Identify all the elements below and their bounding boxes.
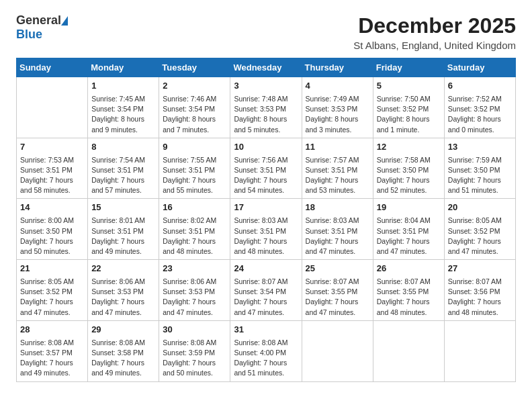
calendar-cell: 27Sunrise: 8:07 AMSunset: 3:56 PMDayligh… [444, 260, 515, 321]
day-number: 10 [234, 141, 298, 154]
calendar-cell: 11Sunrise: 7:57 AMSunset: 3:51 PMDayligh… [302, 138, 373, 199]
logo: General Blue [16, 13, 68, 42]
calendar-cell: 4Sunrise: 7:49 AMSunset: 3:53 PMDaylight… [302, 77, 373, 138]
calendar-cell: 9Sunrise: 7:55 AMSunset: 3:51 PMDaylight… [159, 138, 230, 199]
calendar-cell: 14Sunrise: 8:00 AMSunset: 3:50 PMDayligh… [17, 199, 88, 260]
page-header: General Blue December 2025 St Albans, En… [16, 13, 516, 51]
day-info: Sunrise: 7:54 AMSunset: 3:51 PMDaylight:… [91, 155, 155, 196]
day-number: 29 [91, 324, 155, 336]
calendar-cell: 20Sunrise: 8:05 AMSunset: 3:52 PMDayligh… [444, 199, 515, 260]
day-number: 25 [306, 263, 369, 275]
day-number: 17 [234, 201, 298, 214]
day-info: Sunrise: 8:07 AMSunset: 3:55 PMDaylight:… [377, 277, 441, 318]
calendar-cell: 25Sunrise: 8:07 AMSunset: 3:55 PMDayligh… [302, 260, 373, 321]
calendar-cell: 6Sunrise: 7:52 AMSunset: 3:52 PMDaylight… [444, 77, 515, 138]
calendar-cell: 21Sunrise: 8:05 AMSunset: 3:52 PMDayligh… [17, 260, 88, 321]
calendar-header-row: SundayMondayTuesdayWednesdayThursdayFrid… [17, 58, 516, 77]
calendar-cell: 13Sunrise: 7:59 AMSunset: 3:50 PMDayligh… [444, 138, 515, 199]
calendar-cell: 30Sunrise: 8:08 AMSunset: 3:59 PMDayligh… [159, 320, 230, 381]
header-saturday: Saturday [444, 58, 515, 77]
day-info: Sunrise: 8:08 AMSunset: 3:57 PMDaylight:… [20, 338, 84, 379]
calendar-cell: 29Sunrise: 8:08 AMSunset: 3:58 PMDayligh… [88, 320, 159, 381]
header-tuesday: Tuesday [159, 58, 230, 77]
day-number: 31 [234, 324, 298, 336]
calendar-cell: 5Sunrise: 7:50 AMSunset: 3:52 PMDaylight… [373, 77, 444, 138]
header-wednesday: Wednesday [230, 58, 302, 77]
day-number: 22 [91, 263, 155, 275]
calendar-cell: 28Sunrise: 8:08 AMSunset: 3:57 PMDayligh… [17, 320, 88, 381]
day-info: Sunrise: 8:06 AMSunset: 3:53 PMDaylight:… [91, 277, 155, 318]
day-info: Sunrise: 7:45 AMSunset: 3:54 PMDaylight:… [91, 94, 155, 135]
day-number: 9 [163, 141, 226, 154]
day-number: 11 [306, 141, 369, 154]
day-number: 14 [20, 201, 84, 214]
header-thursday: Thursday [302, 58, 373, 77]
calendar-week-row: 7Sunrise: 7:53 AMSunset: 3:51 PMDaylight… [17, 138, 516, 199]
calendar-week-row: 1Sunrise: 7:45 AMSunset: 3:54 PMDaylight… [17, 77, 516, 138]
month-title: December 2025 [353, 13, 516, 38]
day-info: Sunrise: 7:53 AMSunset: 3:51 PMDaylight:… [20, 155, 84, 196]
day-number: 4 [306, 80, 369, 93]
day-number: 6 [448, 80, 512, 93]
day-info: Sunrise: 7:48 AMSunset: 3:53 PMDaylight:… [234, 94, 298, 135]
calendar-cell: 1Sunrise: 7:45 AMSunset: 3:54 PMDaylight… [88, 77, 159, 138]
calendar-cell: 3Sunrise: 7:48 AMSunset: 3:53 PMDaylight… [230, 77, 302, 138]
day-info: Sunrise: 8:05 AMSunset: 3:52 PMDaylight:… [448, 216, 512, 257]
calendar-cell: 7Sunrise: 7:53 AMSunset: 3:51 PMDaylight… [17, 138, 88, 199]
day-number: 15 [91, 201, 155, 214]
logo-blue: Blue [16, 28, 42, 42]
day-info: Sunrise: 8:07 AMSunset: 3:56 PMDaylight:… [448, 277, 512, 318]
header-monday: Monday [88, 58, 159, 77]
day-info: Sunrise: 7:58 AMSunset: 3:50 PMDaylight:… [377, 155, 441, 196]
day-number: 5 [377, 80, 441, 93]
calendar-cell: 22Sunrise: 8:06 AMSunset: 3:53 PMDayligh… [88, 260, 159, 321]
calendar-cell: 19Sunrise: 8:04 AMSunset: 3:51 PMDayligh… [373, 199, 444, 260]
day-info: Sunrise: 7:59 AMSunset: 3:50 PMDaylight:… [448, 155, 512, 196]
calendar-cell: 12Sunrise: 7:58 AMSunset: 3:50 PMDayligh… [373, 138, 444, 199]
calendar-cell: 8Sunrise: 7:54 AMSunset: 3:51 PMDaylight… [88, 138, 159, 199]
calendar-cell [302, 320, 373, 381]
calendar-cell: 10Sunrise: 7:56 AMSunset: 3:51 PMDayligh… [230, 138, 302, 199]
calendar-cell [17, 77, 88, 138]
calendar-week-row: 28Sunrise: 8:08 AMSunset: 3:57 PMDayligh… [17, 320, 516, 381]
day-info: Sunrise: 8:07 AMSunset: 3:54 PMDaylight:… [234, 277, 298, 318]
calendar-cell: 23Sunrise: 8:06 AMSunset: 3:53 PMDayligh… [159, 260, 230, 321]
day-number: 1 [91, 80, 155, 93]
calendar-cell [444, 320, 515, 381]
day-info: Sunrise: 7:52 AMSunset: 3:52 PMDaylight:… [448, 94, 512, 135]
day-info: Sunrise: 8:03 AMSunset: 3:51 PMDaylight:… [306, 216, 369, 257]
day-number: 20 [448, 201, 512, 214]
day-number: 12 [377, 141, 441, 154]
header-friday: Friday [373, 58, 444, 77]
day-number: 26 [377, 263, 441, 275]
day-number: 18 [306, 201, 369, 214]
day-number: 16 [163, 201, 226, 214]
calendar-cell: 26Sunrise: 8:07 AMSunset: 3:55 PMDayligh… [373, 260, 444, 321]
calendar-cell: 17Sunrise: 8:03 AMSunset: 3:51 PMDayligh… [230, 199, 302, 260]
day-info: Sunrise: 7:57 AMSunset: 3:51 PMDaylight:… [306, 155, 369, 196]
calendar-cell: 18Sunrise: 8:03 AMSunset: 3:51 PMDayligh… [302, 199, 373, 260]
logo-general: General [16, 13, 61, 28]
title-area: December 2025 St Albans, England, United… [353, 13, 516, 51]
day-info: Sunrise: 7:49 AMSunset: 3:53 PMDaylight:… [306, 94, 369, 135]
day-number: 2 [163, 80, 226, 93]
day-number: 21 [20, 263, 84, 275]
day-number: 8 [91, 141, 155, 154]
day-number: 23 [163, 263, 226, 275]
day-number: 19 [377, 201, 441, 214]
calendar-cell [373, 320, 444, 381]
calendar-cell: 2Sunrise: 7:46 AMSunset: 3:54 PMDaylight… [159, 77, 230, 138]
header-sunday: Sunday [17, 58, 88, 77]
day-info: Sunrise: 7:46 AMSunset: 3:54 PMDaylight:… [163, 94, 226, 135]
calendar-week-row: 14Sunrise: 8:00 AMSunset: 3:50 PMDayligh… [17, 199, 516, 260]
logo-icon [61, 16, 68, 26]
day-info: Sunrise: 8:05 AMSunset: 3:52 PMDaylight:… [20, 277, 84, 318]
day-info: Sunrise: 8:01 AMSunset: 3:51 PMDaylight:… [91, 216, 155, 257]
calendar-cell: 15Sunrise: 8:01 AMSunset: 3:51 PMDayligh… [88, 199, 159, 260]
day-info: Sunrise: 8:00 AMSunset: 3:50 PMDaylight:… [20, 216, 84, 257]
day-number: 7 [20, 141, 84, 154]
calendar-cell: 24Sunrise: 8:07 AMSunset: 3:54 PMDayligh… [230, 260, 302, 321]
day-info: Sunrise: 8:07 AMSunset: 3:55 PMDaylight:… [306, 277, 369, 318]
calendar-cell: 31Sunrise: 8:08 AMSunset: 4:00 PMDayligh… [230, 320, 302, 381]
day-info: Sunrise: 8:08 AMSunset: 4:00 PMDaylight:… [234, 338, 298, 379]
